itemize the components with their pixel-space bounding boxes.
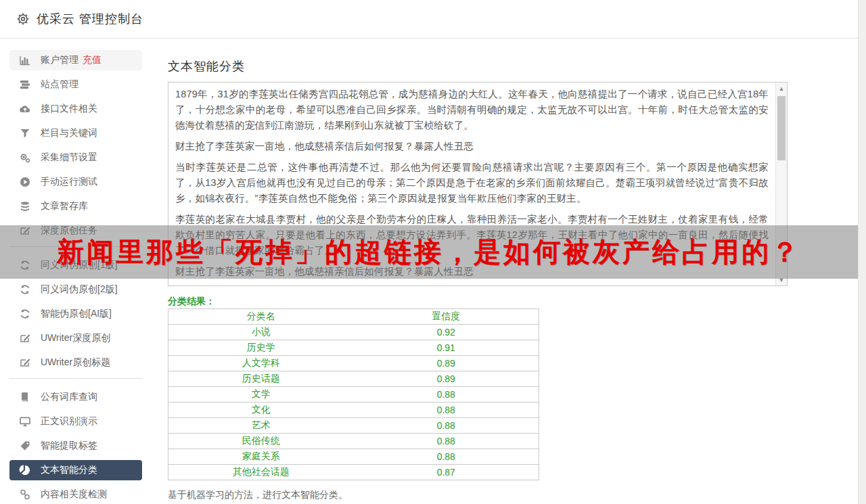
book-icon: [19, 391, 31, 403]
app-header: 优采云 管理控制台: [0, 0, 866, 39]
link-icon: [19, 488, 31, 501]
sidebar-item[interactable]: 采集细节设置: [9, 147, 142, 168]
table-cell: 家庭关系: [168, 449, 354, 465]
sidebar-item[interactable]: UWriter深度原创: [9, 328, 142, 348]
sidebar-item-label: 手动运行测试: [41, 176, 97, 188]
sidebar-item[interactable]: 内容相关度检测: [9, 484, 142, 504]
table-cell: 文学: [168, 387, 354, 403]
bar-chart-icon: [19, 54, 31, 66]
result-label: 分类结果：: [168, 296, 215, 308]
refresh-icon: [19, 308, 31, 320]
table-cell: 其他社会话题: [168, 465, 354, 480]
table-cell: 0.92: [354, 325, 539, 340]
table-row: 小说0.92: [168, 325, 539, 340]
cloud-upload-icon: [19, 103, 31, 115]
table-cell: 文化: [168, 403, 354, 418]
table-cell: 0.89: [354, 356, 539, 371]
table-cell: 置信度: [354, 309, 539, 325]
watermark-overlay: 新闻里那些「死掉」的超链接，是如何被灰产给占用的？: [0, 225, 858, 279]
table-cell: 0.88: [354, 403, 539, 418]
table-row: 人文学科0.89: [168, 356, 539, 371]
sidebar-item-label: 文本智能分类: [41, 464, 97, 476]
table-cell: 民俗传统: [168, 434, 354, 449]
table-cell: 分类名: [168, 309, 354, 325]
table-cell: 历史话题: [168, 371, 354, 387]
table-row: 文化0.88: [168, 403, 539, 418]
sidebar-item-label: 采集细节设置: [41, 152, 97, 164]
table-cell: 小说: [168, 325, 354, 340]
sidebar-item[interactable]: 文章暂存库: [9, 196, 142, 216]
table-header-row: 分类名置信度: [168, 309, 539, 325]
table-cell: 历史学: [168, 340, 354, 356]
sidebar-item[interactable]: 文本智能分类: [9, 460, 142, 480]
filter-icon: [19, 127, 31, 139]
sidebar-item-label: 智能伪原创[AI版]: [41, 308, 112, 320]
scrollbar-thumb[interactable]: [777, 96, 785, 160]
table-cell: 艺术: [168, 418, 354, 434]
textarea-paragraph: 财主抢了李莲英家一亩地，他成慈禧亲信后如何报复？暴露人性丑恶: [175, 139, 769, 154]
sidebar-item[interactable]: 手动运行测试: [9, 172, 142, 192]
sidebar-item[interactable]: 同义词伪原创[2版]: [9, 279, 142, 300]
sidebar-item[interactable]: 公有词库查询: [9, 387, 142, 407]
sidebar-item-label: 账户管理: [41, 54, 78, 66]
sidebar-item-label: 文章暂存库: [41, 200, 88, 212]
tag-icon: [19, 440, 31, 452]
sidebar-item[interactable]: 接口文件相关: [9, 99, 142, 119]
sidebar-item-label: 智能提取标签: [41, 440, 97, 452]
sidebar-item[interactable]: 栏目与关键词: [9, 123, 142, 143]
table-row: 文学0.88: [168, 387, 539, 403]
table-cell: 0.88: [354, 418, 539, 434]
edit-icon: [19, 357, 31, 369]
table-row: 家庭关系0.88: [168, 449, 539, 465]
table-cell: 0.88: [354, 434, 539, 449]
sidebar-item-label: 公有词库查询: [41, 391, 97, 403]
table-cell: 0.88: [354, 387, 539, 403]
table-cell: 0.88: [354, 449, 539, 465]
sidebar-item[interactable]: 智能提取标签: [9, 436, 142, 456]
app-title: 优采云 管理控制台: [37, 11, 143, 27]
sidebar-item[interactable]: UWriter原创标题: [9, 352, 142, 373]
result-table: 分类名置信度小说0.92历史学0.91人文学科0.89历史话题0.89文学0.8…: [168, 308, 539, 480]
sidebar-item-label: 同义词伪原创[2版]: [41, 283, 118, 296]
sidebar-item-label: UWriter深度原创: [41, 332, 110, 344]
sidebar-item-label: 栏目与关键词: [41, 127, 97, 139]
table-row: 历史学0.91: [168, 340, 539, 356]
sidebar-item-label: 站点管理: [41, 78, 78, 91]
sidebar-divider: [9, 378, 142, 379]
table-row: 历史话题0.89: [168, 371, 539, 387]
sidebar-item-label: 正文识别演示: [41, 415, 97, 428]
monitor-icon: [19, 415, 31, 428]
sidebar-item-label: 接口文件相关: [41, 103, 97, 115]
page-scrollbar[interactable]: [858, 0, 866, 504]
table-cell: 0.91: [354, 340, 539, 356]
gears-icon: [19, 152, 31, 164]
table-row: 其他社会话题0.87: [168, 465, 539, 480]
sidebar-item[interactable]: 账户管理充值: [9, 50, 142, 70]
scroll-up-icon[interactable]: ▲: [776, 83, 787, 94]
table-cell: 0.89: [354, 371, 539, 387]
refresh-icon: [19, 283, 31, 296]
edit-icon: [19, 332, 31, 344]
sidebar-item[interactable]: 站点管理: [9, 74, 142, 95]
page-title: 文本智能分类: [168, 58, 245, 74]
textarea-paragraph: 当时李莲英还是二总管，这件事他再清楚不过。那么他为何还要冒险向慈禧请求出宫呢？主…: [175, 160, 769, 206]
server-icon: [19, 78, 31, 91]
table-cell: 0.87: [354, 465, 539, 480]
textarea-paragraph: 1879年，31岁的李莲英出任储秀宫四品花翎总管，成为慈禧身边的大红人。这年春天…: [175, 87, 769, 133]
result-table-body: 分类名置信度小说0.92历史学0.91人文学科0.89历史话题0.89文学0.8…: [168, 309, 539, 480]
sidebar-item[interactable]: 智能伪原创[AI版]: [9, 304, 142, 324]
database-icon: [19, 200, 31, 212]
pie-chart-icon: [19, 464, 31, 476]
sidebar-item[interactable]: 正文识别演示: [9, 411, 142, 432]
gear-icon: [16, 12, 30, 26]
recharge-badge[interactable]: 充值: [83, 54, 101, 66]
table-row: 艺术0.88: [168, 418, 539, 434]
sidebar-item-label: 内容相关度检测: [41, 488, 107, 501]
play-circle-icon: [19, 176, 31, 188]
watermark-text: 新闻里那些「死掉」的超链接，是如何被灰产给占用的？: [57, 233, 801, 271]
table-row: 民俗传统0.88: [168, 434, 539, 449]
sidebar-item-label: UWriter原创标题: [41, 357, 110, 369]
footer-note: 基于机器学习的方法，进行文本智能分类。: [168, 489, 348, 501]
table-cell: 人文学科: [168, 356, 354, 371]
